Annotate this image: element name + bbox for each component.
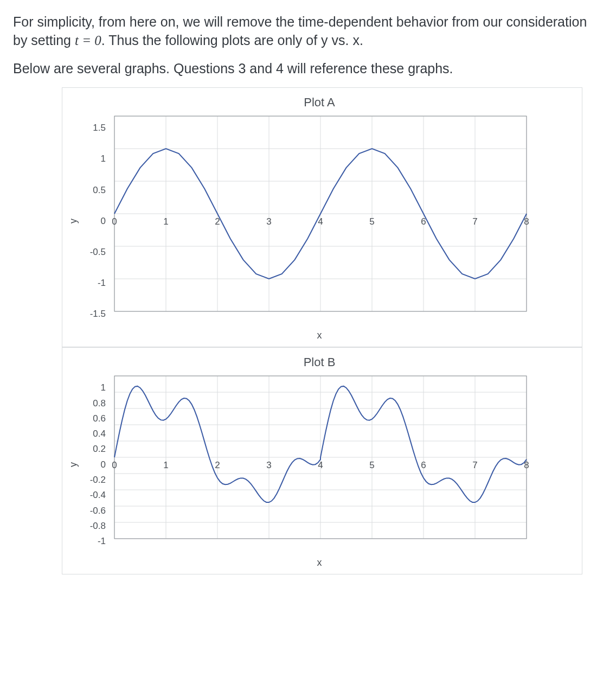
svg-text:4: 4 <box>318 460 323 470</box>
ytick-label: -1 <box>83 278 106 288</box>
ytick-label: 0 <box>83 216 106 226</box>
svg-text:8: 8 <box>524 216 529 227</box>
intro-text: For simplicity, from here on, we will re… <box>13 13 603 78</box>
x-axis-label: x <box>68 330 571 341</box>
ytick-label: -0.5 <box>83 247 106 257</box>
intro-math: t = 0 <box>75 33 101 48</box>
plot-b-container: Plot B y 10.80.60.40.20-0.2-0.4-0.6-0.8-… <box>62 347 582 574</box>
svg-text:0: 0 <box>112 460 117 470</box>
svg-text:5: 5 <box>369 460 374 470</box>
svg-text:3: 3 <box>266 460 271 470</box>
plot-svg: 012345678 <box>109 114 532 328</box>
y-ticks: 10.80.60.40.20-0.2-0.4-0.6-0.8-1 <box>83 383 109 546</box>
ytick-label: 1.5 <box>83 123 106 132</box>
svg-text:7: 7 <box>472 460 477 470</box>
svg-text:1: 1 <box>163 460 168 470</box>
y-axis-label: y <box>68 462 83 467</box>
plot-svg: 012345678 <box>109 374 532 555</box>
ytick-label: -1.5 <box>83 309 106 318</box>
intro-paragraph-1: For simplicity, from here on, we will re… <box>13 13 603 50</box>
ytick-label: -0.6 <box>83 506 106 515</box>
ytick-label: 0.6 <box>83 414 106 423</box>
ytick-label: -0.8 <box>83 521 106 531</box>
chart-title: Plot A <box>68 95 571 110</box>
svg-text:6: 6 <box>421 460 426 470</box>
svg-text:4: 4 <box>318 216 323 227</box>
x-ticks: 012345678 <box>112 216 529 227</box>
y-ticks: 1.510.50-0.5-1-1.5 <box>83 123 109 318</box>
ytick-label: 1 <box>83 383 106 392</box>
ytick-label: 0.4 <box>83 429 106 438</box>
intro-line1-b: . Thus the following plots are only of y… <box>101 33 363 48</box>
svg-text:1: 1 <box>163 216 168 227</box>
svg-text:6: 6 <box>421 216 426 227</box>
svg-text:8: 8 <box>524 460 529 470</box>
ytick-label: 1 <box>83 154 106 163</box>
x-axis-label: x <box>68 557 571 568</box>
y-axis-label: y <box>68 219 83 223</box>
svg-text:5: 5 <box>369 216 374 227</box>
ytick-label: 0.8 <box>83 399 106 408</box>
svg-text:7: 7 <box>472 216 477 227</box>
svg-text:2: 2 <box>215 216 220 227</box>
ytick-label: -0.2 <box>83 475 106 484</box>
plot-a-container: Plot A y 1.510.50-0.5-1-1.5 012345678 x <box>62 87 582 347</box>
svg-text:2: 2 <box>215 460 220 470</box>
chart-title: Plot B <box>68 355 571 369</box>
intro-paragraph-2: Below are several graphs. Questions 3 an… <box>13 60 603 78</box>
ytick-label: 0.5 <box>83 186 106 195</box>
ytick-label: -0.4 <box>83 490 106 500</box>
svg-text:3: 3 <box>266 216 271 227</box>
ytick-label: -1 <box>83 536 106 546</box>
ytick-label: 0.2 <box>83 444 106 453</box>
x-ticks: 012345678 <box>112 460 529 470</box>
svg-text:0: 0 <box>112 216 117 227</box>
ytick-label: 0 <box>83 460 106 469</box>
